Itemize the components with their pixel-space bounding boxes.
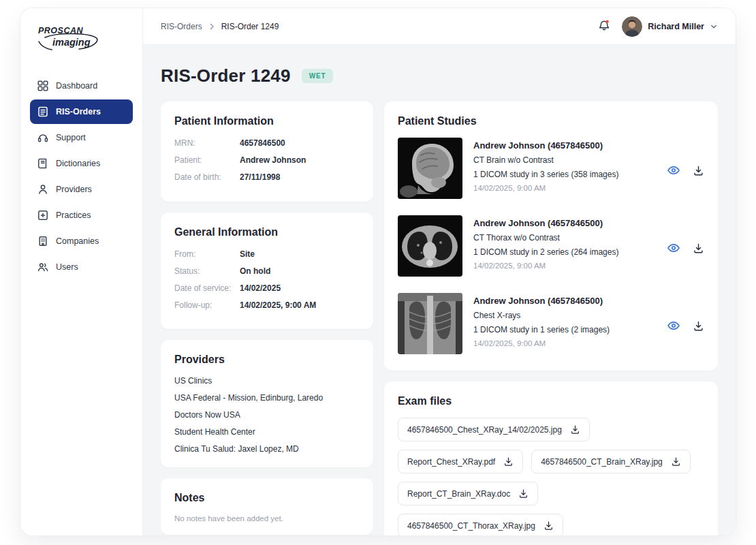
providers-card: Providers US Clinics USA Federal - Missi… <box>161 340 373 467</box>
sidebar-item-practices[interactable]: Practices <box>30 203 133 228</box>
sidebar-item-label: Dictionaries <box>56 159 100 168</box>
study-actions <box>667 293 704 354</box>
study-actions <box>667 138 704 199</box>
info-value: 14/02/2025, 9:00 AM <box>240 300 316 311</box>
notifications-button[interactable] <box>597 19 612 34</box>
download-study-button[interactable] <box>693 142 704 199</box>
bell-icon <box>597 19 611 33</box>
download-icon[interactable] <box>544 520 554 531</box>
file-name: Report_Chest_XRay.pdf <box>407 457 495 467</box>
page-content: RIS-Order 1249 WET Patient Information M… <box>143 45 736 535</box>
orders-icon <box>37 106 49 118</box>
dashboard-icon <box>37 80 49 92</box>
patient-information-card: Patient Information MRN: 4657846500 Pati… <box>161 102 373 202</box>
info-row-date-of-service: Date of service: 14/02/2025 <box>174 283 360 294</box>
study-description: Chest X-rays <box>473 311 610 320</box>
download-study-button[interactable] <box>693 219 704 277</box>
info-label: MRN: <box>174 138 240 149</box>
download-icon[interactable] <box>570 424 580 435</box>
sidebar-item-providers[interactable]: Providers <box>30 177 133 202</box>
sidebar-item-label: Companies <box>56 236 99 246</box>
study-patient: Andrew Johnson (4657846500) <box>473 140 618 151</box>
file-name: 4657846500_CT_Thorax_XRay.jpg <box>407 521 535 531</box>
provider-item: Doctors Now USA <box>174 410 360 420</box>
provider-item: Student Health Center <box>174 427 360 437</box>
study-info: Andrew Johnson (4657846500) CT Thorax w/… <box>473 215 618 277</box>
file-name: Report_CT_Brain_XRay.doc <box>407 489 510 499</box>
sidebar-item-label: Providers <box>56 185 92 194</box>
view-study-button[interactable] <box>667 297 680 354</box>
info-label: Date of birth: <box>174 172 240 183</box>
download-icon[interactable] <box>503 456 514 467</box>
title-row: RIS-Order 1249 WET <box>161 65 718 87</box>
download-icon[interactable] <box>671 456 681 467</box>
sidebar-item-users[interactable]: Users <box>30 255 133 279</box>
user-name: Richard Miller <box>648 22 704 31</box>
exam-file-chip[interactable]: Report_Chest_XRay.pdf <box>398 450 523 473</box>
eye-icon <box>667 241 680 255</box>
study-thumbnail-ct-brain[interactable] <box>398 138 462 199</box>
sidebar-nav: Dashboard RIS-Orders Support Dictionarie… <box>30 74 133 279</box>
breadcrumb-current: RIS-Order 1249 <box>221 22 279 31</box>
eye-icon <box>667 164 680 177</box>
card-title: Notes <box>174 492 360 504</box>
right-column: Patient Studies <box>384 102 718 535</box>
download-icon <box>693 243 704 254</box>
info-label: Patient: <box>174 155 240 166</box>
download-icon[interactable] <box>518 488 529 499</box>
info-row-mrn: MRN: 4657846500 <box>174 138 360 149</box>
user-menu[interactable]: Richard Miller <box>622 16 718 37</box>
sidebar-item-dashboard[interactable]: Dashboard <box>30 74 133 98</box>
info-row-patient: Patient: Andrew Johnson <box>174 155 360 166</box>
chevron-down-icon <box>710 22 718 31</box>
sidebar-item-label: RIS-Orders <box>56 107 101 116</box>
building-icon <box>37 235 49 247</box>
sidebar-item-label: Practices <box>56 211 91 220</box>
card-title: General Information <box>174 226 360 238</box>
exam-file-chip[interactable]: 4657846500_CT_Thorax_XRay.jpg <box>398 514 563 535</box>
avatar <box>622 16 642 37</box>
notes-empty-text: No notes have been added yet. <box>174 514 360 523</box>
info-value: Site <box>240 249 255 260</box>
exam-files-list: 4657846500_Chest_XRay_14/02/2025.jpg Rep… <box>398 418 704 535</box>
topbar: RIS-Orders RIS-Order 1249 <box>143 8 736 45</box>
breadcrumb-parent[interactable]: RIS-Orders <box>161 22 202 31</box>
page-title: RIS-Order 1249 <box>161 65 291 87</box>
chevron-right-icon <box>208 22 216 31</box>
info-label: Follow-up: <box>174 300 240 311</box>
sidebar-item-dictionaries[interactable]: Dictionaries <box>30 151 133 176</box>
info-value: 14/02/2025 <box>240 283 281 294</box>
provider-item: US Clinics <box>174 376 360 386</box>
study-date: 14/02/2025, 9:00 AM <box>473 184 618 192</box>
study-row-ct-thorax: Andrew Johnson (4657846500) CT Thorax w/… <box>398 215 704 277</box>
exam-file-chip[interactable]: Report_CT_Brain_XRay.doc <box>398 482 538 505</box>
study-thumbnail-chest-xray[interactable] <box>398 293 462 354</box>
info-label: Status: <box>174 266 240 277</box>
sidebar-item-label: Support <box>56 133 86 142</box>
card-title: Patient Studies <box>398 115 704 127</box>
sidebar-item-ris-orders[interactable]: RIS-Orders <box>30 99 133 124</box>
card-title: Providers <box>174 354 360 366</box>
sidebar-item-support[interactable]: Support <box>30 125 133 150</box>
main-area: RIS-Orders RIS-Order 1249 <box>143 8 736 535</box>
exam-file-chip[interactable]: 4657846500_Chest_XRay_14/02/2025.jpg <box>398 418 590 441</box>
study-details: 1 DICOM study in 2 series (264 images) <box>473 247 618 257</box>
provider-item: USA Federal - Mission, Edinburg, Laredo <box>174 393 360 403</box>
download-study-button[interactable] <box>693 297 704 354</box>
info-row-from: From: Site <box>174 249 360 260</box>
study-row-chest-xray: Andrew Johnson (4657846500) Chest X-rays… <box>398 293 704 354</box>
exam-file-chip[interactable]: 4657846500_CT_Brain_XRay.jpg <box>531 450 691 473</box>
study-details: 1 DICOM study in 1 series (2 images) <box>473 325 610 334</box>
info-value: 27/11/1998 <box>240 172 280 183</box>
info-row-status: Status: On hold <box>174 266 360 277</box>
left-column: Patient Information MRN: 4657846500 Pati… <box>161 102 373 535</box>
study-details: 1 DICOM study in 3 series (358 images) <box>473 170 618 179</box>
view-study-button[interactable] <box>667 219 680 277</box>
info-value: On hold <box>240 266 270 277</box>
study-actions <box>667 215 704 277</box>
study-description: CT Brain w/o Contrast <box>473 155 618 165</box>
study-thumbnail-ct-thorax[interactable] <box>398 215 462 277</box>
sidebar-item-companies[interactable]: Companies <box>30 229 133 253</box>
view-study-button[interactable] <box>667 142 680 199</box>
info-value: Andrew Johnson <box>240 155 306 166</box>
